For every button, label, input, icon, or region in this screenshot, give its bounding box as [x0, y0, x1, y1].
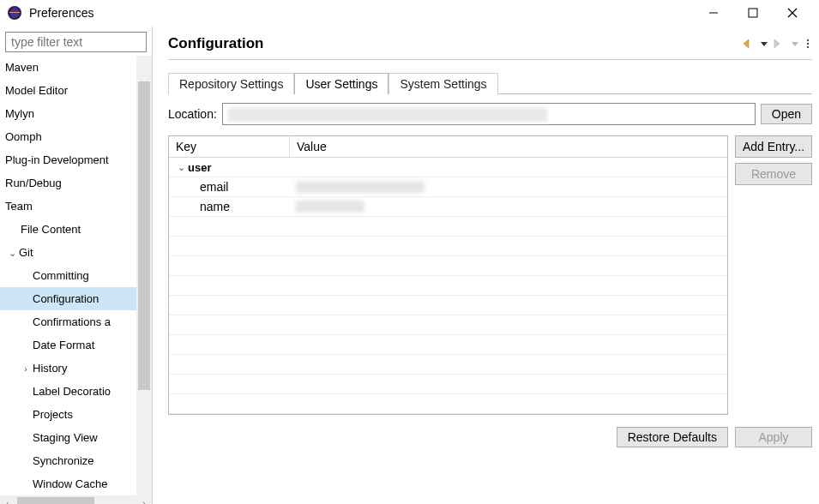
table-row[interactable]	[169, 276, 727, 296]
remove-button[interactable]: Remove	[735, 163, 812, 185]
table-row[interactable]	[169, 355, 727, 375]
column-header-value[interactable]: Value	[289, 136, 727, 157]
filter-input[interactable]	[5, 32, 147, 52]
open-button[interactable]: Open	[761, 104, 812, 124]
tree-item-configuration[interactable]: Configuration	[0, 287, 136, 310]
location-input[interactable]	[222, 103, 756, 125]
dropdown-icon[interactable]	[761, 40, 768, 47]
tree-item[interactable]: Window Cache	[0, 472, 136, 495]
svg-point-9	[807, 46, 809, 48]
tree-item[interactable]: Team	[0, 195, 136, 218]
tab-panel: Location: Open Key Value ⌄user email nam…	[168, 93, 812, 447]
page-nav-icons	[742, 39, 812, 49]
svg-point-7	[807, 39, 809, 41]
filter-box	[5, 32, 147, 52]
scrollbar-thumb[interactable]	[17, 497, 94, 504]
tree-item[interactable]: File Content	[0, 218, 136, 241]
tree-item[interactable]: ›History	[0, 357, 136, 380]
page: Configuration Repository Settings User S…	[153, 27, 819, 504]
horizontal-scrollbar[interactable]: ‹ ›	[0, 495, 152, 504]
location-label: Location:	[168, 107, 217, 121]
table-row[interactable]: name	[169, 197, 727, 217]
table-row[interactable]	[169, 394, 727, 414]
sidebar: Maven Model Editor Mylyn Oomph Plug-in D…	[0, 27, 153, 504]
menu-icon[interactable]	[804, 39, 812, 49]
back-icon[interactable]	[742, 39, 756, 49]
tree-item[interactable]: Synchronize	[0, 449, 136, 472]
table-row[interactable]	[169, 315, 727, 335]
forward-icon[interactable]	[773, 39, 786, 49]
titlebar: Preferences	[0, 0, 819, 27]
tab-repository-settings[interactable]: Repository Settings	[168, 73, 294, 94]
table-row[interactable]	[169, 237, 727, 256]
tree-item[interactable]: Plug-in Development	[0, 148, 136, 171]
column-header-key[interactable]: Key	[169, 136, 289, 157]
tree-item[interactable]: Staging View	[0, 426, 136, 449]
tree-item[interactable]: Model Editor	[0, 79, 136, 102]
tree-item-git[interactable]: ⌄Git	[0, 241, 136, 264]
tab-user-settings[interactable]: User Settings	[294, 73, 388, 94]
preference-tree[interactable]: Maven Model Editor Mylyn Oomph Plug-in D…	[0, 56, 136, 495]
table-row[interactable]	[169, 335, 727, 355]
table-row[interactable]	[169, 375, 727, 394]
svg-rect-2	[9, 12, 20, 13]
minimize-button[interactable]	[694, 0, 733, 26]
close-button[interactable]	[773, 0, 812, 26]
dropdown-icon[interactable]	[792, 40, 798, 47]
apply-button[interactable]: Apply	[735, 427, 812, 447]
tabs: Repository Settings User Settings System…	[168, 72, 812, 93]
scroll-left-icon[interactable]: ‹	[0, 499, 15, 505]
table-group-row[interactable]: ⌄user	[169, 158, 727, 177]
table-row[interactable]	[169, 217, 727, 237]
tree-item[interactable]: Projects	[0, 403, 136, 426]
maximize-button[interactable]	[733, 0, 773, 26]
config-table[interactable]: Key Value ⌄user email name	[168, 135, 728, 415]
tree-item[interactable]: Date Format	[0, 333, 136, 357]
restore-defaults-button[interactable]: Restore Defaults	[617, 427, 728, 447]
tree-item[interactable]: Run/Debug	[0, 171, 136, 195]
page-title: Configuration	[168, 35, 742, 52]
table-row[interactable]	[169, 296, 727, 315]
chevron-down-icon[interactable]: ⌄	[176, 162, 186, 173]
svg-point-8	[807, 43, 809, 45]
table-row[interactable]	[169, 256, 727, 276]
svg-rect-4	[749, 9, 757, 17]
tree-item[interactable]: Confirmations a	[0, 310, 136, 333]
eclipse-icon	[7, 5, 22, 21]
scroll-right-icon[interactable]: ›	[136, 499, 152, 505]
tab-system-settings[interactable]: System Settings	[388, 73, 497, 94]
scrollbar-thumb[interactable]	[138, 81, 150, 390]
window-title: Preferences	[29, 6, 694, 20]
table-row[interactable]: email	[169, 177, 727, 197]
chevron-down-icon[interactable]: ⌄	[7, 243, 17, 262]
add-entry-button[interactable]: Add Entry...	[735, 135, 812, 158]
tree-item[interactable]: Committing	[0, 264, 136, 287]
tree-item[interactable]: Oomph	[0, 125, 136, 148]
vertical-scrollbar[interactable]	[136, 56, 152, 495]
chevron-right-icon[interactable]: ›	[21, 359, 31, 378]
tree-item[interactable]: Label Decoratio	[0, 380, 136, 403]
tree-item[interactable]: Mylyn	[0, 102, 136, 125]
tree-item[interactable]: Maven	[0, 56, 136, 79]
